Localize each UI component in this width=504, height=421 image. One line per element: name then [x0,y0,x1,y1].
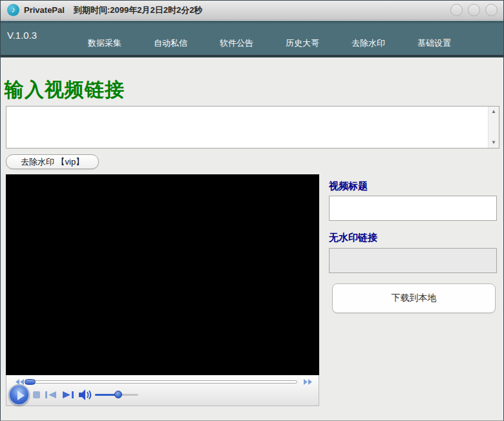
maximize-button[interactable] [468,4,480,16]
minimize-button[interactable] [450,4,463,16]
video-title-input[interactable] [329,196,497,221]
player-controls [6,375,319,406]
title-bar[interactable]: ♪ PrivatePal 到期时间:2099年2月2日2时2分2秒 [1,1,503,20]
video-link-input[interactable]: ▲ ▼ [6,106,499,149]
scroll-up-icon[interactable]: ▲ [488,107,499,116]
version-label: V.1.0.3 [7,30,37,41]
seek-bar[interactable] [26,380,297,384]
video-player [6,174,319,406]
video-title-label: 视频标题 [329,180,368,192]
stop-button[interactable] [33,391,40,398]
fast-forward-icon[interactable] [304,379,312,385]
app-title: PrivatePal [24,1,65,20]
nav-item-remove-watermark[interactable]: 去除水印 [335,37,401,49]
nav-item-data-collect[interactable]: 数据采集 [72,37,138,49]
nav-item-history[interactable]: 历史大哥 [269,37,335,49]
speaker-icon[interactable] [79,389,94,400]
next-track-icon[interactable] [63,391,74,398]
expiry-date-text: 到期时间:2099年2月2日2时2分2秒 [74,1,202,20]
app-window: ♪ PrivatePal 到期时间:2099年2月2日2时2分2秒 V.1.0.… [0,0,504,421]
video-link-textarea[interactable] [6,107,488,148]
app-icon: ♪ [7,4,19,16]
nav-item-announcement[interactable]: 软件公告 [204,37,269,49]
nav-bar: V.1.0.3 数据采集 自动私信 软件公告 历史大哥 去除水印 基础设置 [1,21,503,57]
nav-menu: 数据采集 自动私信 软件公告 历史大哥 去除水印 基础设置 [72,37,467,49]
video-screen [6,174,319,375]
close-button[interactable] [485,4,498,16]
play-icon [17,391,25,400]
scrollbar[interactable]: ▲ ▼ [488,107,499,148]
download-to-local-button[interactable]: 下载到本地 [332,283,496,313]
scroll-down-icon[interactable]: ▼ [488,138,499,147]
no-watermark-link-label: 无水印链接 [329,232,377,244]
remove-watermark-vip-button[interactable]: 去除水印 【vip】 [6,154,99,169]
nav-item-settings[interactable]: 基础设置 [401,37,467,49]
no-watermark-link-input[interactable] [329,248,497,273]
nav-item-auto-message[interactable]: 自动私信 [138,37,204,49]
previous-track-icon[interactable] [45,391,56,398]
page-title: 输入视频链接 [5,77,125,103]
play-button[interactable] [8,384,30,406]
volume-slider-thumb[interactable] [114,391,122,398]
seek-thumb[interactable] [25,379,36,385]
